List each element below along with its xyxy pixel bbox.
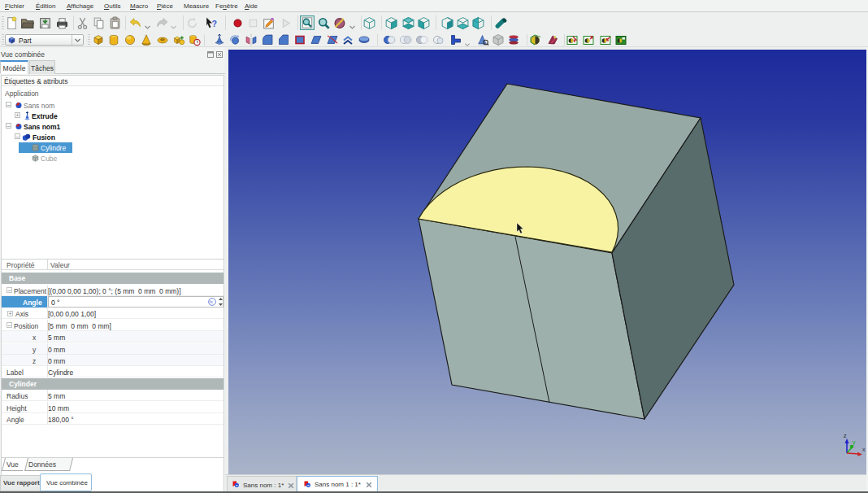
svg-text:z: z [844,433,847,438]
svg-text:y: y [853,439,856,446]
svg-text:fx: fx [210,299,213,304]
svg-text:?: ? [212,19,217,28]
svg-text:x: x [862,447,866,452]
